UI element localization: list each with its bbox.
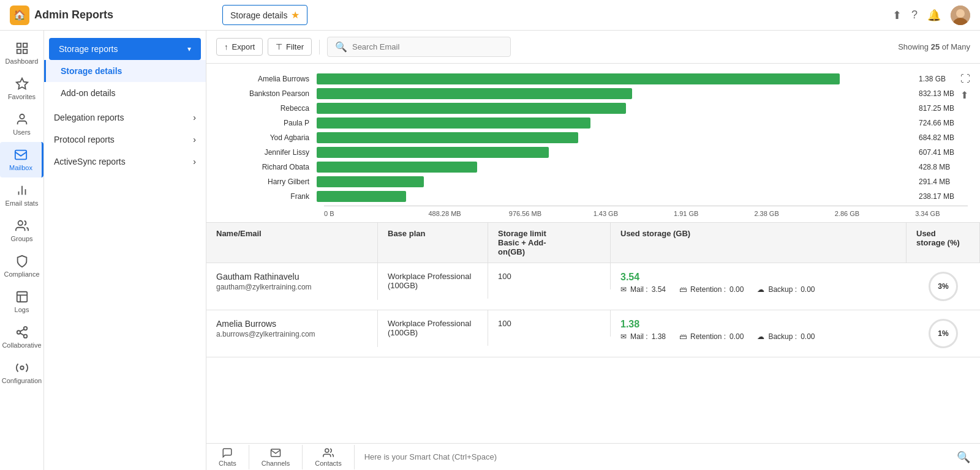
chart-bar-container-8	[317, 191, 911, 202]
chart-bar-container-4	[317, 132, 911, 143]
filter-button[interactable]: ⊤ Filter	[268, 38, 312, 56]
nav-activesync-reports[interactable]: ActiveSync reports ›	[44, 151, 206, 173]
svg-rect-3	[17, 43, 20, 47]
sidebar-item-logs[interactable]: Logs	[0, 284, 43, 319]
chart-bar-5	[317, 147, 549, 158]
svg-point-17	[17, 330, 20, 334]
search-box[interactable]: 🔍	[327, 37, 511, 57]
chart-label-2: Rebecca	[219, 104, 317, 113]
sidebar-item-users[interactable]: Users	[0, 106, 43, 142]
mail-label-0: Mail :	[630, 285, 648, 294]
showing-number: 25	[931, 42, 940, 51]
th-used-storage: Used storage (GB)	[611, 223, 907, 263]
filter-label: Filter	[286, 42, 304, 51]
sidebar-label-collaborative: Collaborative	[2, 341, 41, 349]
axis-label-6: 2.86 GB	[807, 210, 887, 217]
chart-label-6: Richard Obata	[219, 163, 317, 171]
user-avatar[interactable]	[951, 6, 970, 25]
chart-row: Amelia Burrows 1.38 GB	[219, 73, 968, 84]
sidebar-label-configuration: Configuration	[2, 377, 42, 384]
storage-details-tab[interactable]: Storage details ★	[222, 5, 307, 25]
axis-label-7: 3.34 GB	[888, 210, 968, 217]
notification-icon[interactable]: 🔔	[927, 9, 941, 22]
cell-used-1: 1.38 ✉ Mail : 1.38 🗃 Retention : 0.00 ☁ …	[611, 310, 907, 349]
svg-rect-5	[17, 50, 20, 53]
nav-delegation-arrow: ›	[193, 113, 196, 122]
sidebar-item-collaborative[interactable]: Collaborative	[0, 319, 43, 355]
sidebar-label-logs: Logs	[15, 306, 29, 313]
sidebar-item-compliance[interactable]: Compliance	[0, 248, 43, 284]
app-title: Admin Reports	[34, 9, 113, 21]
svg-rect-6	[23, 50, 26, 53]
help-icon[interactable]: ?	[911, 9, 918, 21]
backup-label-1: Backup :	[768, 332, 797, 341]
nav-panel: Storage reports ▾ Storage details Add-on…	[44, 31, 206, 470]
plan-value-1: Workplace Professional (100GB)	[388, 319, 471, 337]
nav-delegation-reports[interactable]: Delegation reports ›	[44, 106, 206, 129]
bottom-tab-channels[interactable]: Channels	[249, 445, 303, 469]
chart-row: Richard Obata 428.8 MB	[219, 162, 968, 173]
chart-label-8: Frank	[219, 192, 317, 201]
backup-icon-1: ☁	[757, 332, 764, 341]
toolbar-divider	[319, 40, 320, 54]
chart-bar-3	[317, 118, 590, 129]
storage-sub-1: ✉ Mail : 1.38 🗃 Retention : 0.00 ☁ Backu…	[620, 332, 897, 341]
storage-sub-0: ✉ Mail : 3.54 🗃 Retention : 0.00 ☁ Backu…	[620, 285, 897, 294]
cell-pct-0: 3%	[907, 263, 980, 310]
bottom-tab-contacts[interactable]: Contacts	[303, 445, 354, 469]
bottom-tab-chats[interactable]: Chats	[206, 445, 249, 469]
mail-val-1: 1.38	[652, 332, 666, 341]
chart-value-8: 238.17 MB	[919, 192, 968, 201]
bottom-bar: Chats Channels Contacts 🔍	[206, 443, 980, 470]
chart-bar-4	[317, 132, 578, 143]
axis-label-3: 1.43 GB	[565, 210, 646, 217]
table-section: Name/Email Base plan Storage limitBasic …	[206, 223, 980, 357]
mail-icon-1: ✉	[620, 332, 627, 341]
bottom-search-icon[interactable]: 🔍	[947, 450, 980, 464]
sidebar-item-configuration[interactable]: Configuration	[0, 355, 43, 390]
chart-bar-1	[317, 88, 632, 99]
chart-bar-container-2	[317, 103, 911, 114]
table-row: Gautham Rathinavelu gautham@zylkertraini…	[206, 263, 980, 310]
nav-storage-details[interactable]: Storage details	[44, 60, 206, 82]
storage-reports-nav[interactable]: Storage reports ▾	[49, 38, 201, 60]
search-icon: 🔍	[335, 41, 347, 53]
sidebar-item-favorites[interactable]: Favorites	[0, 71, 43, 106]
nav-addon-details[interactable]: Add-on details	[44, 82, 206, 104]
sidebar-item-mailbox[interactable]: Mailbox	[0, 142, 43, 177]
sidebar-item-groups[interactable]: Groups	[0, 213, 43, 248]
user-email-0: gautham@zylkertraining.com	[216, 283, 368, 291]
sidebar-label-compliance: Compliance	[4, 270, 39, 278]
cell-limit-1: 100	[488, 310, 611, 337]
sidebar-label-favorites: Favorites	[8, 93, 36, 100]
retention-val-0: 0.00	[729, 285, 744, 294]
sidebar-label-email-stats: Email stats	[6, 200, 39, 207]
chart-bar-container-1	[317, 88, 911, 99]
svg-point-22	[325, 449, 329, 452]
user-email-1: a.burrows@zylkertraining.com	[216, 330, 368, 338]
sidebar-item-email-stats[interactable]: Email stats	[0, 177, 43, 213]
retention-icon-1: 🗃	[679, 332, 687, 341]
cell-used-0: 3.54 ✉ Mail : 3.54 🗃 Retention : 0.00 ☁ …	[611, 263, 907, 302]
smart-chat-input[interactable]	[355, 452, 947, 461]
bottom-contacts-label: Contacts	[315, 460, 341, 467]
chart-label-5: Jennifer Lissy	[219, 148, 317, 157]
fullscreen-icon[interactable]: ⛶	[960, 73, 970, 84]
upload-icon[interactable]: ⬆	[892, 9, 902, 22]
backup-val-1: 0.00	[801, 332, 815, 341]
th-base-plan: Base plan	[378, 223, 488, 263]
tab-star-icon[interactable]: ★	[291, 9, 300, 21]
backup-label-0: Backup :	[768, 285, 797, 294]
chart-rows: Amelia Burrows 1.38 GB Bankston Pearson …	[219, 73, 968, 202]
bottom-chats-label: Chats	[219, 460, 236, 467]
search-input[interactable]	[352, 42, 503, 51]
left-sidebar: Dashboard Favorites Users Mailbox Email …	[0, 31, 44, 470]
sidebar-label-groups: Groups	[10, 235, 32, 242]
chart-label-7: Harry Gilbert	[219, 177, 317, 186]
share-icon[interactable]: ⬆	[960, 89, 970, 101]
bottom-channels-label: Channels	[262, 460, 290, 467]
sidebar-item-dashboard[interactable]: Dashboard	[0, 35, 43, 71]
chart-row: Harry Gilbert 291.4 MB	[219, 176, 968, 187]
export-button[interactable]: ↑ Export	[216, 38, 263, 56]
nav-protocol-reports[interactable]: Protocol reports ›	[44, 129, 206, 151]
